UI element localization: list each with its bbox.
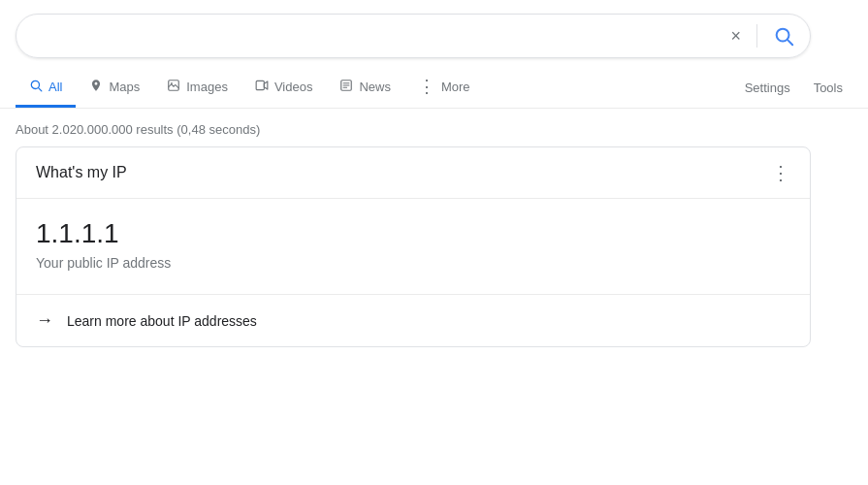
all-tab-label: All — [48, 80, 62, 94]
images-tab-label: Images — [186, 80, 228, 94]
more-tab-label: More — [441, 80, 470, 94]
tools-link[interactable]: Tools — [804, 71, 852, 105]
ip-result-card: What's my IP ⋮ 1.1.1.1 Your public IP ad… — [16, 146, 811, 347]
tab-all[interactable]: All — [16, 69, 76, 108]
all-tab-icon — [29, 79, 43, 95]
news-tab-label: News — [359, 80, 391, 94]
tab-maps[interactable]: Maps — [76, 69, 153, 108]
images-tab-icon — [167, 79, 180, 95]
card-header: What's my IP ⋮ — [16, 147, 810, 199]
card-menu-icon: ⋮ — [771, 163, 790, 182]
tab-news[interactable]: News — [326, 69, 404, 108]
search-divider — [756, 24, 757, 48]
search-icon — [773, 25, 794, 47]
maps-tab-label: Maps — [109, 80, 140, 94]
nav-right: Settings Tools — [735, 71, 852, 105]
svg-rect-6 — [256, 81, 264, 89]
news-tab-icon — [339, 79, 353, 95]
videos-tab-icon — [255, 79, 269, 95]
tab-videos[interactable]: Videos — [241, 69, 327, 108]
card-menu-button[interactable]: ⋮ — [771, 163, 790, 182]
svg-line-1 — [788, 40, 792, 45]
results-count-text: About 2.020.000.000 results (0,48 second… — [16, 122, 260, 137]
nav-tabs: All Maps Images Videos — [0, 68, 868, 109]
results-count: About 2.020.000.000 results (0,48 second… — [0, 109, 868, 146]
tab-more[interactable]: ⋮ More — [404, 68, 484, 108]
arrow-icon: → — [36, 310, 53, 331]
card-footer[interactable]: → Learn more about IP addresses — [16, 295, 810, 346]
main-content: What's my IP ⋮ 1.1.1.1 Your public IP ad… — [0, 146, 868, 347]
search-bar-container: what is my ip × — [0, 0, 868, 68]
card-body: 1.1.1.1 Your public IP address — [16, 199, 810, 295]
ip-address-value: 1.1.1.1 — [36, 218, 790, 249]
learn-more-text: Learn more about IP addresses — [67, 313, 257, 329]
card-title: What's my IP — [36, 164, 127, 181]
more-tab-icon: ⋮ — [418, 78, 435, 95]
search-bar-icons: × — [726, 21, 798, 50]
ip-address-label: Your public IP address — [36, 255, 790, 271]
clear-icon: × — [730, 26, 741, 47]
search-button[interactable] — [769, 21, 798, 50]
maps-tab-icon — [89, 79, 103, 95]
search-input[interactable]: what is my ip — [28, 27, 726, 45]
videos-tab-label: Videos — [274, 80, 313, 94]
svg-line-3 — [39, 87, 42, 90]
settings-link[interactable]: Settings — [735, 71, 800, 105]
clear-button[interactable]: × — [726, 22, 745, 50]
search-bar: what is my ip × — [16, 14, 811, 58]
tab-images[interactable]: Images — [153, 69, 241, 108]
